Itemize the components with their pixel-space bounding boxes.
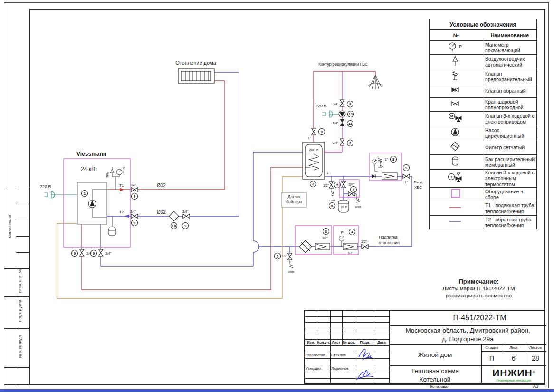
stamp-name-approved: Ларионов — [331, 365, 356, 372]
assembled-equipment-icon — [446, 188, 467, 199]
stamp-sheets-value: 28 — [525, 351, 546, 365]
legend-title: Условные обозначения — [430, 19, 537, 30]
stamp-stage-value: П — [481, 351, 503, 365]
stamp-col-kol: Кол.уч. — [317, 339, 330, 345]
stamp-role-approved: Утвердил — [306, 365, 330, 372]
ball-valve-icon — [446, 98, 467, 109]
legend-col-no: № — [430, 30, 483, 41]
pressure-gauge-icon: Р — [446, 41, 467, 52]
stamp-object-name: Жилой дом — [389, 344, 481, 365]
strainer-filter-icon — [446, 140, 467, 153]
side-stamp-signdate-box — [4, 297, 29, 329]
check-valve-icon — [446, 84, 467, 96]
side-stamp-empty-box — [4, 367, 29, 385]
stamp-doc-number: П-451/2022-ТМ — [389, 311, 546, 325]
side-stamp-inv-box — [4, 329, 29, 367]
three-way-thermostat-valve-icon: t — [446, 171, 467, 184]
stamp-col-doc: № док. — [342, 339, 356, 345]
t1-line-icon — [446, 202, 467, 213]
legend-table: Условные обозначения № Наименование Р Ма… — [429, 19, 537, 229]
three-way-motor-valve-icon: М — [446, 112, 467, 124]
side-stamp-vzam-box — [4, 268, 29, 297]
safety-valve-icon — [446, 69, 467, 82]
side-label-inv-orig: Инв. № подл. — [18, 318, 22, 375]
expansion-tank-icon — [446, 155, 467, 167]
stamp-col-sign: Подп. — [356, 339, 374, 345]
stamp-name-developed: Стеклов — [331, 352, 356, 358]
company-logo: ИНЖИН® Инженерные инновации — [481, 365, 546, 385]
note-line1: Листы марки П-451/2022-ТМ — [425, 285, 532, 292]
note-block: Примечание: Листы марки П-451/2022-ТМ ра… — [425, 278, 532, 299]
legend-row-name: Манометр показывающий — [483, 41, 537, 55]
svg-text:Р: Р — [459, 44, 462, 49]
side-label-agreed: Согласовано — [8, 198, 12, 255]
stamp-drawing-title2: Котельной — [389, 374, 481, 384]
logo-tagline: Инженерные инновации — [496, 379, 531, 382]
title-block: Изм. Кол.уч. Лист № док. Подп. Дата Разр… — [304, 310, 545, 384]
stamp-col-izm: Изм. — [305, 339, 317, 345]
t2-line-icon — [446, 216, 467, 227]
legend-col-name: Наименование — [483, 30, 537, 41]
window-bottom-edge — [0, 389, 554, 392]
stamp-drawing-title1: Тепловая схема — [389, 366, 481, 375]
stamp-stage-label: Стадия — [481, 344, 503, 351]
format-label: А3 — [533, 384, 538, 389]
logo-registered-mark: ® — [533, 371, 535, 374]
stamp-sheet-label: Лист — [503, 344, 525, 351]
svg-text:М: М — [450, 115, 453, 118]
stamp-sheet-value: 6 — [503, 351, 525, 365]
air-vent-icon — [446, 55, 467, 67]
stamp-sheets-label: Листов — [525, 344, 546, 351]
copied-label: Копировал — [417, 384, 462, 389]
logo-text: ИНЖИН — [492, 367, 533, 378]
stamp-col-list: Лист — [330, 339, 342, 345]
note-title: Примечание: — [425, 278, 532, 285]
note-line2: рассматривать совместно — [425, 292, 532, 299]
svg-text:t: t — [451, 175, 452, 179]
circulation-pump-icon — [446, 126, 467, 138]
stamp-location-line2: д. Подгорное 29а — [389, 334, 546, 344]
drawing-sheet: Согласовано Взам. инв. № Подп. и дата Ин… — [0, 0, 554, 392]
stamp-col-date: Дата — [374, 339, 389, 345]
stamp-role-developed: Разработал — [306, 352, 330, 358]
